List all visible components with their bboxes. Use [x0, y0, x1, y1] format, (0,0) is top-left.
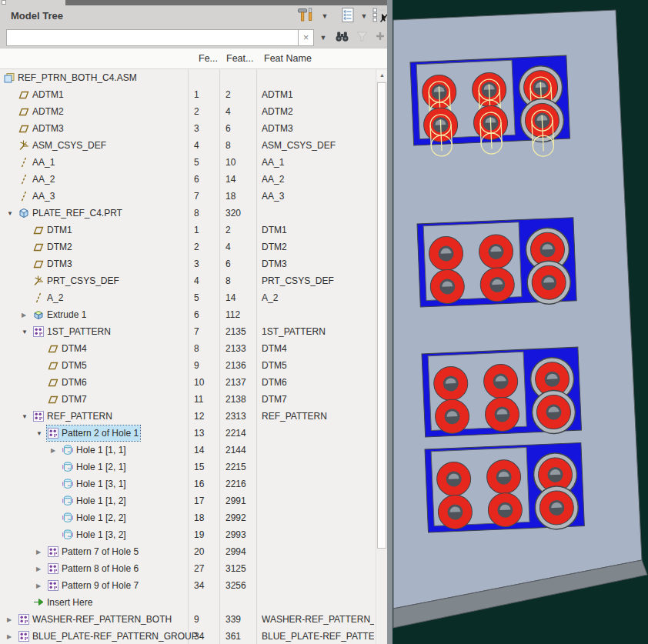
expand-expand-arrow-icon[interactable]: ▶	[7, 616, 18, 623]
tree-row[interactable]: ▶Pattern 7 of Hole 5202994	[0, 543, 376, 560]
datum-icon[interactable]	[18, 122, 30, 135]
extrude-icon[interactable]	[32, 309, 45, 321]
tree-row-label[interactable]: WASHER-REF_PATTERN_BOTH	[32, 614, 172, 625]
expand-collapse-arrow-icon[interactable]: ▼	[22, 329, 32, 335]
expand-collapse-arrow-icon[interactable]: ▼	[36, 430, 47, 437]
hole-icon[interactable]	[62, 478, 74, 490]
axis-icon[interactable]	[18, 190, 30, 202]
datum-icon[interactable]	[47, 359, 59, 372]
tree-row-label[interactable]: REF_PATTERN	[47, 411, 112, 422]
pattern-icon[interactable]	[47, 562, 59, 575]
tree-row-label[interactable]: AA_3	[32, 191, 55, 202]
tree-row-label[interactable]: Pattern 2 of Hole 1	[62, 428, 139, 439]
tree-scrollbar[interactable]: ▲	[376, 69, 387, 644]
datum-icon[interactable]	[47, 393, 59, 405]
tree-row[interactable]: ADTM112ADTM1	[0, 86, 376, 103]
hole-icon[interactable]	[62, 461, 74, 473]
hole-icon[interactable]	[62, 512, 74, 524]
assembly-icon[interactable]	[3, 72, 15, 84]
tree-row[interactable]: ▼REF_PATTERN122313REF_PATTERN	[0, 408, 376, 425]
tree-row-label[interactable]: Hole 1 [2, 1]	[76, 462, 126, 472]
blue-plate-assembly[interactable]	[425, 442, 584, 534]
tree-row-label[interactable]: DTM6	[62, 377, 87, 388]
expand-expand-arrow-icon[interactable]: ▶	[36, 566, 47, 572]
tree-row[interactable]: DTM7112138DTM7	[0, 391, 376, 408]
tree-row[interactable]: AA_3718AA_3	[0, 188, 376, 205]
tree-row-label[interactable]: DTM1	[47, 225, 72, 235]
tree-row-label[interactable]: DTM5	[62, 360, 87, 371]
pattern-icon[interactable]	[47, 427, 59, 439]
tree-row-label[interactable]: REF_PTRN_BOTH_C4.ASM	[18, 72, 137, 83]
search-dropdown[interactable]: ▼	[317, 29, 329, 46]
tree-row-label[interactable]: 1ST_PATTERN	[47, 326, 111, 337]
3d-viewport[interactable]	[392, 0, 648, 644]
tree-row-label[interactable]: Hole 1 [2, 2]	[76, 512, 126, 523]
tree-row[interactable]: Hole 1 [2, 2]182992	[0, 509, 376, 526]
pattern-icon[interactable]	[18, 613, 30, 626]
tree-row-label[interactable]: ADTM1	[32, 89, 64, 100]
blue-plate-assembly[interactable]	[417, 218, 576, 309]
datum-icon[interactable]	[47, 376, 59, 389]
tree-row[interactable]: ASM_CSYS_DEF48ASM_CSYS_DEF	[0, 137, 376, 154]
hole-icon[interactable]	[62, 444, 74, 456]
tree-row[interactable]: Hole 1 [1, 2]172991	[0, 492, 376, 509]
tree-row-label[interactable]: Hole 1 [3, 2]	[76, 529, 126, 540]
clear-search-button[interactable]: ×	[299, 29, 314, 46]
expand-expand-arrow-icon[interactable]: ▶	[7, 633, 18, 640]
tree-row[interactable]: DTM6102137DTM6	[0, 374, 376, 391]
axis-icon[interactable]	[32, 292, 45, 304]
tree-row-label[interactable]: BLUE_PLATE-REF_PATTERN_GROUP	[32, 631, 198, 642]
scroll-up-button[interactable]: ▲	[377, 70, 387, 81]
tree-row[interactable]: Hole 1 [2, 1]152215	[0, 459, 376, 475]
tree-row-label[interactable]: Hole 1 [3, 1]	[76, 479, 126, 489]
tree-row-label[interactable]: PLATE_REF_C4.PRT	[32, 208, 122, 219]
tree-row[interactable]: ▶Pattern 9 of Hole 7343256	[0, 577, 376, 594]
tree-row[interactable]: Insert Here	[0, 594, 376, 611]
part-icon[interactable]	[18, 207, 30, 219]
column-feat-name[interactable]: Feat Name	[264, 53, 312, 64]
search-input[interactable]	[6, 29, 299, 46]
datum-icon[interactable]	[32, 241, 45, 253]
tree-row[interactable]: ADTM336ADTM3	[0, 120, 376, 137]
blue-plate-assembly[interactable]	[422, 347, 582, 439]
datum-icon[interactable]	[18, 105, 30, 118]
filter-button[interactable]	[354, 29, 369, 46]
tree-row-label[interactable]: AA_2	[32, 174, 55, 185]
add-filter-button[interactable]	[373, 29, 387, 46]
tree-row-label[interactable]: DTM2	[47, 242, 72, 252]
axis-icon[interactable]	[18, 173, 30, 185]
tree-row-label[interactable]: Pattern 7 of Hole 5	[62, 546, 139, 557]
tree-row-label[interactable]: A_2	[47, 292, 63, 303]
pattern-icon[interactable]	[32, 410, 45, 422]
pattern-icon[interactable]	[47, 579, 59, 592]
tree-row[interactable]: ▶Pattern 8 of Hole 6273125	[0, 560, 376, 577]
tree-row-label[interactable]: Hole 1 [1, 1]	[76, 445, 126, 455]
tree-row[interactable]: AA_2614AA_2	[0, 171, 376, 188]
pattern-icon[interactable]	[32, 325, 45, 338]
tools-button[interactable]	[295, 8, 316, 25]
tree-row[interactable]: ▼Pattern 2 of Hole 1132214	[0, 425, 376, 442]
tree-row[interactable]: ▼1ST_PATTERN721351ST_PATTERN	[0, 323, 376, 340]
scroll-thumb[interactable]	[377, 82, 386, 549]
pattern-icon[interactable]	[18, 630, 30, 642]
axis-icon[interactable]	[18, 156, 30, 169]
tree-row-label[interactable]: ASM_CSYS_DEF	[32, 140, 106, 151]
expand-expand-arrow-icon[interactable]: ▶	[22, 312, 32, 319]
tree-row[interactable]: ▶Extrude 16112	[0, 306, 376, 323]
tree-row-label[interactable]: Pattern 8 of Hole 6	[62, 563, 139, 574]
tools-dropdown[interactable]: ▼	[319, 8, 331, 25]
selected-tree-item[interactable]: Pattern 2 of Hole 1	[47, 425, 140, 441]
tree-row[interactable]: AA_1510AA_1	[0, 154, 376, 171]
tree-row[interactable]: ADTM224ADTM2	[0, 103, 376, 120]
tree-row[interactable]: DTM112DTM1	[0, 222, 376, 239]
tree-row-label[interactable]: DTM4	[62, 343, 87, 354]
insert-icon[interactable]	[32, 596, 45, 609]
expand-expand-arrow-icon[interactable]: ▶	[51, 447, 62, 454]
tree-row[interactable]: DTM482133DTM4	[0, 340, 376, 357]
tree-row[interactable]: DTM592136DTM5	[0, 357, 376, 374]
pattern-icon[interactable]	[47, 546, 59, 558]
tree-row[interactable]: DTM336DTM3	[0, 255, 376, 272]
expand-expand-arrow-icon[interactable]: ▶	[36, 582, 47, 589]
tree-row[interactable]: A_2514A_2	[0, 289, 376, 306]
csys-icon[interactable]	[18, 139, 30, 152]
